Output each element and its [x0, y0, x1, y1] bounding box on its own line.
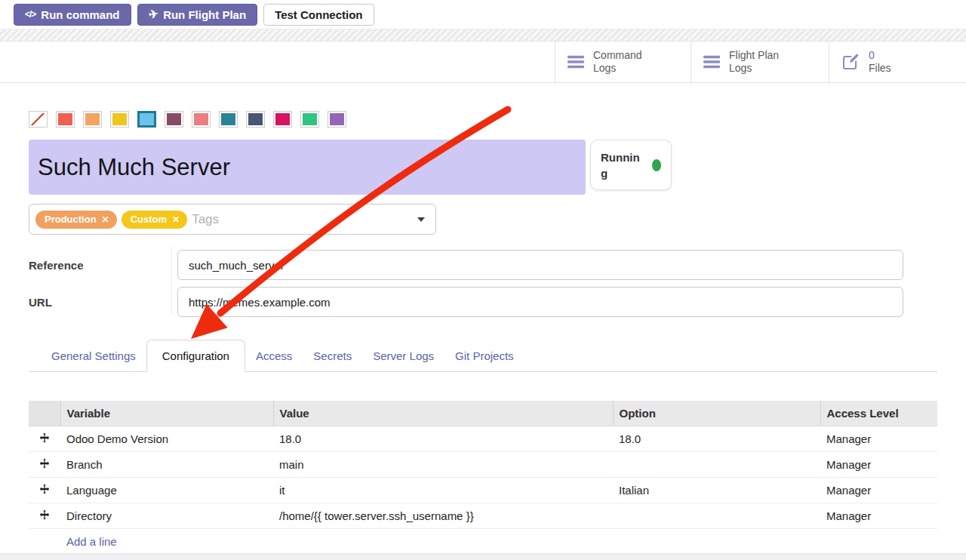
drag-handle-icon[interactable]	[29, 478, 60, 503]
edit-pencil-icon	[841, 53, 860, 71]
server-name-title[interactable]: Such Much Server	[29, 140, 586, 195]
table-row: Branch main Manager	[29, 452, 937, 478]
table-row: Language it Italian Manager	[29, 478, 937, 503]
menu-lines-icon	[703, 55, 720, 69]
color-swatch[interactable]	[300, 111, 319, 128]
column-header-access-level: Access Level	[820, 401, 937, 426]
run-flight-plan-label: Run Flight Plan	[163, 8, 246, 21]
tab-configuration[interactable]: Configuration	[146, 340, 245, 372]
drag-handle-icon[interactable]	[29, 503, 60, 529]
field-group: Reference URL	[29, 250, 937, 317]
table-row: Odoo Demo Version 18.0 18.0 Manager	[29, 426, 937, 452]
url-label: URL	[29, 296, 177, 309]
tab-access[interactable]: Access	[245, 340, 303, 371]
cell-variable[interactable]: Directory	[60, 503, 273, 529]
color-swatch-none[interactable]	[29, 111, 48, 128]
color-swatch[interactable]	[273, 111, 292, 128]
tab-general-settings[interactable]: General Settings	[41, 340, 146, 371]
color-swatch[interactable]	[137, 111, 156, 128]
add-line-row: Add a line	[29, 529, 937, 555]
code-icon: </>	[25, 9, 35, 20]
cell-variable[interactable]: Odoo Demo Version	[60, 426, 273, 452]
cell-option[interactable]: 18.0	[613, 426, 820, 452]
tag-production[interactable]: Production ✕	[35, 211, 117, 229]
drag-handle-icon[interactable]	[29, 426, 60, 452]
title-row: Such Much Server Running	[29, 140, 937, 195]
menu-lines-icon	[568, 55, 584, 69]
flight-plan-logs-button[interactable]: Flight PlanLogs	[691, 42, 829, 82]
files-button[interactable]: 0Files	[829, 42, 966, 82]
cell-variable[interactable]: Language	[60, 478, 273, 503]
drag-handle-icon[interactable]	[29, 452, 60, 478]
color-swatch[interactable]	[165, 111, 183, 128]
color-swatch[interactable]	[219, 111, 238, 128]
url-input[interactable]	[177, 287, 903, 317]
flight-plan-logs-label: Flight PlanLogs	[729, 49, 779, 75]
form-sheet: Such Much Server Running Production ✕ Cu…	[0, 111, 966, 555]
tab-server-logs[interactable]: Server Logs	[362, 340, 445, 371]
cell-access[interactable]: Manager	[820, 478, 937, 503]
status-widget[interactable]: Running	[590, 140, 672, 190]
reference-input[interactable]	[177, 250, 903, 280]
column-header-variable: Variable	[60, 401, 273, 426]
cell-option[interactable]: Italian	[613, 478, 820, 503]
command-logs-label: CommandLogs	[593, 49, 642, 75]
plane-icon: ✈	[147, 7, 159, 22]
table-header-row: Variable Value Option Access Level	[29, 401, 937, 426]
handle-column-header	[29, 401, 60, 426]
cell-access[interactable]: Manager	[820, 452, 937, 478]
cell-value[interactable]: /home/{{ tower.server.ssh_username }}	[273, 503, 613, 529]
test-connection-label: Test Connection	[275, 8, 362, 21]
cell-access[interactable]: Manager	[820, 426, 937, 452]
run-flight-plan-button[interactable]: ✈ Run Flight Plan	[137, 4, 258, 26]
table-row: Directory /home/{{ tower.server.ssh_user…	[29, 503, 937, 529]
color-swatch[interactable]	[110, 111, 129, 128]
test-connection-button[interactable]: Test Connection	[263, 4, 374, 26]
reference-label: Reference	[29, 259, 177, 272]
form-topbar: CommandLogs Flight PlanLogs 0Files	[0, 42, 966, 83]
color-swatch[interactable]	[192, 111, 211, 128]
bottom-strip	[0, 553, 966, 560]
notebook-tabs: General Settings Configuration Access Se…	[29, 340, 937, 372]
top-toolbar: </> Run command ✈ Run Flight Plan Test C…	[0, 0, 966, 29]
tag-remove-icon[interactable]: ✕	[172, 214, 180, 225]
column-header-value: Value	[273, 401, 613, 426]
cell-variable[interactable]: Branch	[60, 452, 273, 478]
status-dot-icon	[652, 159, 661, 171]
tags-placeholder: Tags	[192, 212, 219, 227]
color-swatch[interactable]	[83, 111, 102, 128]
cell-value[interactable]: main	[273, 452, 613, 478]
reference-row: Reference	[29, 250, 937, 280]
run-command-label: Run command	[41, 8, 119, 21]
color-swatch[interactable]	[328, 111, 346, 128]
run-command-button[interactable]: </> Run command	[14, 4, 131, 26]
tag-remove-icon[interactable]: ✕	[102, 214, 109, 225]
status-label: Running	[601, 149, 641, 181]
tags-input[interactable]: Production ✕ Custom ✕ Tags	[29, 204, 436, 235]
tab-git-projects[interactable]: Git Projects	[445, 340, 525, 371]
cell-access[interactable]: Manager	[820, 503, 937, 529]
chevron-down-icon[interactable]	[417, 217, 425, 222]
command-logs-button[interactable]: CommandLogs	[555, 42, 691, 82]
tag-custom[interactable]: Custom ✕	[122, 211, 187, 229]
hatched-separator	[0, 29, 966, 42]
add-a-line-link[interactable]: Add a line	[66, 535, 117, 548]
tag-label: Production	[45, 214, 97, 225]
column-header-option: Option	[613, 401, 820, 426]
color-swatch[interactable]	[246, 111, 265, 128]
color-palette	[29, 111, 937, 128]
color-swatch[interactable]	[56, 111, 75, 128]
cell-option[interactable]	[613, 503, 820, 529]
url-row: URL	[29, 287, 937, 317]
cell-option[interactable]	[613, 452, 820, 478]
tag-label: Custom	[131, 214, 167, 225]
configuration-table: Variable Value Option Access Level Odoo …	[29, 401, 937, 555]
tab-secrets[interactable]: Secrets	[303, 340, 362, 371]
cell-value[interactable]: it	[273, 478, 613, 503]
cell-value[interactable]: 18.0	[273, 426, 613, 452]
files-label: 0Files	[869, 49, 891, 75]
